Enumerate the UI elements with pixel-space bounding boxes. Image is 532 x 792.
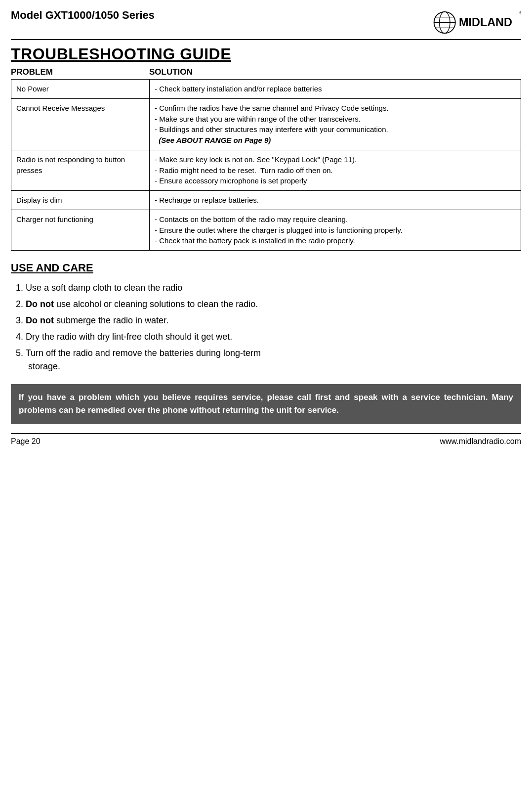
- page-title: TROUBLESHOOTING GUIDE: [11, 45, 521, 63]
- table-row: Charger not functioning - Contacts on th…: [11, 210, 521, 250]
- problem-cell: Charger not functioning: [11, 210, 150, 250]
- list-item: 5. Turn off the radio and remove the bat…: [11, 347, 521, 373]
- problem-cell: Radio is not responding to button presse…: [11, 150, 150, 190]
- solution-cell: - Recharge or replace batteries.: [150, 191, 521, 210]
- item-num: 3.: [16, 315, 26, 325]
- item-num: 2.: [16, 299, 26, 309]
- solution-cell: - Make sure key lock is not on. See "Key…: [150, 150, 521, 190]
- list-item: 2. Do not use alcohol or cleaning soluti…: [11, 298, 521, 311]
- table-header: PROBLEM SOLUTION: [11, 67, 521, 79]
- italic-note: (See ABOUT RANGE on Page 9): [159, 136, 271, 144]
- logo-area: MIDLAND ®: [432, 9, 521, 36]
- bold-label: Do not: [26, 299, 54, 309]
- problem-cell: Display is dim: [11, 191, 150, 210]
- bold-label: Do not: [26, 315, 54, 325]
- table-row: Cannot Receive Messages - Confirm the ra…: [11, 98, 521, 150]
- table-row: Display is dim - Recharge or replace bat…: [11, 191, 521, 210]
- page-header: Model GXT1000/1050 Series MIDLAND ®: [11, 9, 521, 40]
- solution-cell: - Contacts on the bottom of the radio ma…: [150, 210, 521, 250]
- use-and-care-title: USE AND CARE: [11, 262, 521, 274]
- table-row: No Power - Check battery installation an…: [11, 80, 521, 99]
- item-num: 5.: [16, 348, 26, 358]
- midland-logo: MIDLAND ®: [432, 9, 521, 36]
- troubleshoot-table: No Power - Check battery installation an…: [11, 79, 521, 251]
- model-title: Model GXT1000/1050 Series: [11, 9, 155, 22]
- website: www.midlandradio.com: [440, 437, 521, 446]
- page-footer: Page 20 www.midlandradio.com: [11, 433, 521, 446]
- problem-cell: Cannot Receive Messages: [11, 98, 150, 150]
- svg-text:®: ®: [519, 10, 521, 15]
- problem-cell: No Power: [11, 80, 150, 99]
- care-list: 1. Use a soft damp cloth to clean the ra…: [11, 281, 521, 373]
- item-num: 4.: [16, 332, 26, 342]
- svg-text:MIDLAND: MIDLAND: [459, 16, 512, 29]
- problem-col-header: PROBLEM: [11, 67, 149, 77]
- page-number: Page 20: [11, 437, 41, 446]
- list-item: 1. Use a soft damp cloth to clean the ra…: [11, 281, 521, 295]
- list-item: 3. Do not submerge the radio in water.: [11, 314, 521, 327]
- highlight-text: If you have a problem which you believe …: [19, 393, 513, 415]
- solution-col-header: SOLUTION: [149, 67, 521, 77]
- table-row: Radio is not responding to button presse…: [11, 150, 521, 190]
- solution-cell: - Confirm the radios have the same chann…: [150, 98, 521, 150]
- list-item: 4. Dry the radio with dry lint-free clot…: [11, 330, 521, 344]
- highlight-box: If you have a problem which you believe …: [11, 384, 521, 424]
- item-num: 1.: [16, 283, 26, 293]
- solution-cell: - Check battery installation and/or repl…: [150, 80, 521, 99]
